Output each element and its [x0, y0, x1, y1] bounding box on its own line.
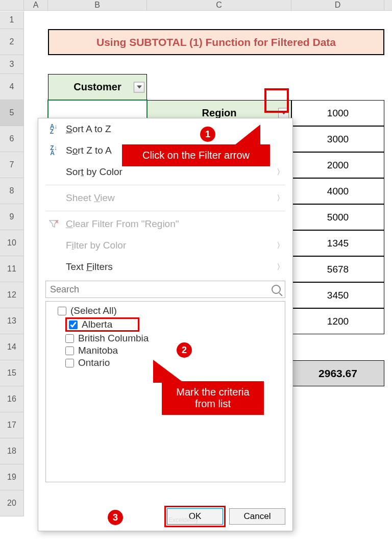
cell-sales-7[interactable]: 2000: [291, 152, 384, 178]
row-header-12[interactable]: 12: [0, 282, 24, 308]
row-header-10[interactable]: 10: [0, 230, 24, 256]
filter-item-label: Ontario: [78, 357, 110, 368]
cell-sales-8[interactable]: 4000: [291, 178, 384, 204]
search-icon: [272, 285, 281, 294]
title-cell: Using SUBTOTAL (1) Function for Filtered…: [48, 29, 384, 55]
text-filters-item[interactable]: Text Filters 〉: [38, 256, 292, 278]
filter-dropdown-menu: A↓Z Sort A to Z Z↓A Sort Z to A Sort by …: [38, 118, 293, 531]
clear-filter-item: Clear Filter From "Region": [38, 213, 292, 235]
filter-arrow-highlight: [266, 90, 287, 111]
row-header-16[interactable]: 16: [0, 386, 24, 412]
checkbox-bc[interactable]: [65, 334, 74, 343]
row-header-2[interactable]: 2: [0, 29, 24, 55]
filter-by-color-item: Filter by Color 〉: [38, 235, 292, 256]
cell-sales-13[interactable]: 1200: [291, 308, 384, 334]
sheet-view-item: Sheet View 〉: [38, 187, 292, 209]
checkbox-select-all[interactable]: [58, 307, 66, 315]
row-header-18[interactable]: 18: [0, 438, 24, 464]
checkbox-ontario[interactable]: [65, 359, 74, 367]
cell-sales-12[interactable]: 3450: [291, 282, 384, 308]
filter-item-bc[interactable]: British Columbia: [50, 332, 281, 344]
filter-item-label: Alberta: [82, 319, 112, 330]
column-headers: A B C D: [0, 0, 392, 11]
filter-search-input[interactable]: [50, 284, 272, 295]
filter-item-label: (Select All): [70, 305, 117, 316]
filter-item-select-all[interactable]: (Select All): [50, 305, 281, 317]
chevron-right-icon: 〉: [277, 193, 284, 203]
annotation-badge-3: 3: [108, 510, 123, 525]
cell-sales-9[interactable]: 5000: [291, 204, 384, 230]
callout-1-pointer: [235, 125, 260, 145]
spreadsheet-grid: A B C D 1234567891011121314151617181920 …: [0, 0, 392, 11]
sort-za-icon: Z↓A: [46, 145, 61, 156]
row-header-17[interactable]: 17: [0, 412, 24, 438]
chevron-right-icon: 〉: [277, 241, 284, 251]
filter-arrow-customer[interactable]: [134, 82, 144, 92]
annotation-badge-1: 1: [200, 127, 215, 142]
row-header-5[interactable]: 5: [0, 100, 24, 126]
row-header-3[interactable]: 3: [0, 55, 24, 74]
checkbox-manitoba[interactable]: [65, 347, 74, 355]
col-header-c[interactable]: C: [147, 0, 291, 10]
row-header-14[interactable]: 14: [0, 334, 24, 360]
cells-area: Using SUBTOTAL (1) Function for Filtered…: [24, 11, 168, 89]
row-header-19[interactable]: 19: [0, 464, 24, 490]
chevron-right-icon: 〉: [277, 262, 284, 272]
cell-sales-11[interactable]: 5678: [291, 256, 384, 282]
filter-item-alberta[interactable]: Alberta: [50, 317, 281, 332]
filter-item-manitoba[interactable]: Manitoba: [50, 344, 281, 357]
select-all-corner[interactable]: [0, 0, 24, 10]
row-header-6[interactable]: 6: [0, 126, 24, 152]
cancel-button[interactable]: Cancel: [229, 508, 285, 525]
col-header-d[interactable]: D: [291, 0, 384, 10]
filter-search-box[interactable]: [45, 281, 285, 298]
cell-sales-10[interactable]: 1345: [291, 230, 384, 256]
header-customer[interactable]: Customer: [48, 74, 147, 100]
row-header-9[interactable]: 9: [0, 204, 24, 230]
annotation-badge-2: 2: [177, 342, 192, 358]
row-header-20[interactable]: 20: [0, 490, 24, 516]
row-header-7[interactable]: 7: [0, 152, 24, 178]
menu-separator: [45, 185, 285, 185]
cell-result[interactable]: 2963.67: [291, 360, 384, 386]
col-header-a[interactable]: A: [24, 0, 48, 10]
checkbox-alberta[interactable]: [69, 320, 78, 329]
col-header-b[interactable]: B: [48, 0, 147, 10]
sort-az-icon: A↓Z: [46, 123, 61, 135]
menu-separator: [45, 211, 285, 211]
row-headers: 1234567891011121314151617181920: [0, 11, 24, 516]
row-header-15[interactable]: 15: [0, 360, 24, 386]
callout-2: Mark the criteriafrom list: [162, 381, 264, 415]
row-header-8[interactable]: 8: [0, 178, 24, 204]
funnel-clear-icon: [46, 218, 61, 230]
row-header-11[interactable]: 11: [0, 256, 24, 282]
row-header-13[interactable]: 13: [0, 308, 24, 334]
callout-1: Click on the Filter arrow: [122, 144, 270, 166]
filter-item-label: Manitoba: [78, 345, 118, 356]
chevron-right-icon: 〉: [277, 167, 284, 177]
filter-item-label: British Columbia: [78, 333, 149, 344]
callout-2-pointer: [153, 360, 184, 383]
row-header-4[interactable]: 4: [0, 74, 24, 100]
watermark: Exceldemy: [168, 516, 199, 524]
row-header-1[interactable]: 1: [0, 11, 24, 29]
cell-sales-6[interactable]: 3000: [291, 126, 384, 152]
cell-sales-5[interactable]: 1000: [291, 100, 384, 126]
